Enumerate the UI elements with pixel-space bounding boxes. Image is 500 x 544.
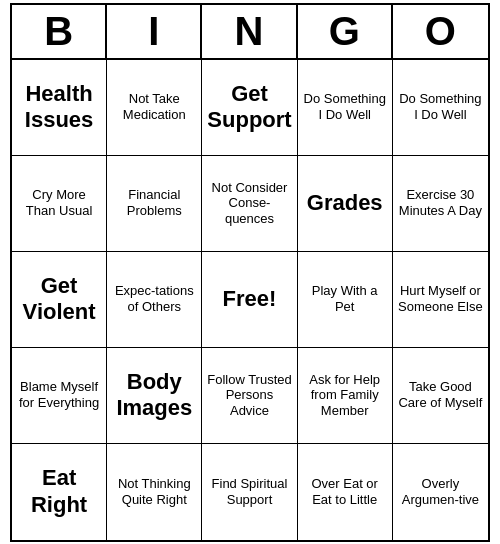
bingo-cell-5: Cry More Than Usual [12, 156, 107, 252]
bingo-cell-1: Not Take Medication [107, 60, 202, 156]
bingo-cell-13: Play With a Pet [298, 252, 393, 348]
header-letter-i: I [107, 5, 202, 58]
bingo-cell-7: Not Consider Conse-quences [202, 156, 297, 252]
bingo-cell-6: Financial Problems [107, 156, 202, 252]
bingo-cell-22: Find Spiritual Support [202, 444, 297, 540]
bingo-cell-3: Do Something I Do Well [298, 60, 393, 156]
bingo-cell-2: Get Support [202, 60, 297, 156]
bingo-cell-8: Grades [298, 156, 393, 252]
header-letter-b: B [12, 5, 107, 58]
bingo-cell-15: Blame Myself for Everything [12, 348, 107, 444]
header-letter-n: N [202, 5, 297, 58]
bingo-cell-12: Free! [202, 252, 297, 348]
bingo-cell-14: Hurt Myself or Someone Else [393, 252, 488, 348]
bingo-cell-16: Body Images [107, 348, 202, 444]
bingo-cell-11: Expec-tations of Others [107, 252, 202, 348]
bingo-cell-23: Over Eat or Eat to Little [298, 444, 393, 540]
bingo-grid: Health IssuesNot Take MedicationGet Supp… [12, 60, 488, 540]
bingo-cell-17: Follow Trusted Persons Advice [202, 348, 297, 444]
bingo-cell-10: Get Violent [12, 252, 107, 348]
bingo-cell-9: Exercise 30 Minutes A Day [393, 156, 488, 252]
bingo-cell-24: Overly Argumen-tive [393, 444, 488, 540]
bingo-cell-20: Eat Right [12, 444, 107, 540]
header-letter-o: O [393, 5, 488, 58]
bingo-cell-21: Not Thinking Quite Right [107, 444, 202, 540]
bingo-cell-18: Ask for Help from Family Member [298, 348, 393, 444]
bingo-cell-4: Do Something I Do Well [393, 60, 488, 156]
bingo-cell-0: Health Issues [12, 60, 107, 156]
bingo-card: BINGO Health IssuesNot Take MedicationGe… [10, 3, 490, 542]
header-letter-g: G [298, 5, 393, 58]
bingo-cell-19: Take Good Care of Myself [393, 348, 488, 444]
bingo-header: BINGO [12, 5, 488, 60]
